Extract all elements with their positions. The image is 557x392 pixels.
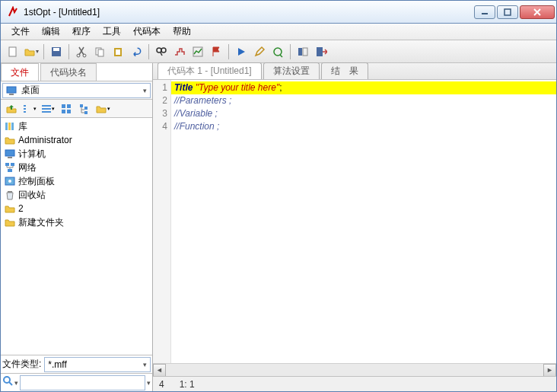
content-area: 文件 代码块名 桌面 ▾ ▾ ▾ ▾ 库 Administrator	[1, 63, 556, 391]
undo-button[interactable]	[128, 43, 145, 60]
run-button[interactable]	[233, 43, 250, 60]
tree-item-library[interactable]: 库	[2, 120, 151, 133]
tool-plot-button[interactable]	[189, 43, 206, 60]
svg-rect-4	[53, 48, 59, 51]
stop-button[interactable]	[269, 43, 286, 60]
line-number: 1	[153, 81, 167, 94]
close-button[interactable]	[520, 5, 555, 19]
up-button[interactable]	[3, 100, 20, 117]
tree-item-recycle[interactable]: 回收站	[2, 188, 151, 202]
statusbar: 4 1: 1	[153, 376, 556, 391]
scroll-track[interactable]	[166, 364, 543, 377]
view-grid-button[interactable]	[58, 100, 75, 117]
tree-label: Administrator	[18, 135, 72, 145]
code-line[interactable]: //Function ;	[171, 120, 556, 133]
filetype-select[interactable]: *.mff ▾	[44, 357, 151, 372]
exit-button[interactable]	[313, 43, 329, 60]
svg-rect-45	[8, 191, 12, 193]
search-dropdown-icon[interactable]: ▾	[14, 379, 18, 387]
tree-item-computer[interactable]: 计算机	[2, 147, 151, 161]
view-detail-button[interactable]: ▾	[40, 100, 56, 117]
open-button[interactable]: ▾	[23, 43, 40, 60]
search-history-icon[interactable]: ▾	[147, 379, 151, 387]
folder-icon	[4, 134, 16, 146]
tree-item-two[interactable]: 2	[2, 202, 151, 215]
menu-codebook[interactable]: 代码本	[127, 24, 167, 40]
new-folder-button[interactable]: ▾	[94, 100, 111, 117]
sidebar-toolbar: ▾ ▾ ▾	[1, 100, 152, 118]
sidebar-tab-file[interactable]: 文件	[1, 63, 39, 81]
maximize-button[interactable]	[497, 5, 518, 19]
tool-flag-button[interactable]	[208, 43, 224, 60]
keyword: Title	[174, 82, 196, 93]
line-number: 2	[153, 94, 167, 107]
svg-point-6	[83, 54, 86, 57]
svg-rect-41	[11, 163, 14, 166]
tree-item-network[interactable]: 网络	[2, 161, 151, 174]
window-buttons	[474, 5, 555, 19]
main-panel: 代码本 1 - [Untitled1] 算法设置 结 果 1 2 3 4 Tit…	[153, 63, 556, 391]
app-icon	[7, 6, 19, 18]
view-tree-button[interactable]	[76, 100, 93, 117]
separator	[148, 44, 149, 59]
menu-help[interactable]: 帮助	[167, 24, 197, 40]
tree-label: 新建文件夹	[18, 216, 64, 229]
scroll-right-icon[interactable]: ►	[543, 364, 556, 377]
tab-codebook[interactable]: 代码本 1 - [Untitled1]	[158, 62, 262, 79]
paste-button[interactable]	[110, 43, 126, 60]
svg-rect-19	[317, 47, 323, 56]
folder-icon	[4, 202, 16, 215]
sidebar-tab-codeblock[interactable]: 代码块名	[40, 63, 97, 81]
tree-item-control[interactable]: 控制面板	[2, 174, 151, 188]
svg-rect-21	[9, 94, 14, 95]
svg-rect-26	[42, 108, 51, 110]
tree-item-admin[interactable]: Administrator	[2, 133, 151, 147]
code-line[interactable]: Title "Type your title here";	[171, 81, 556, 94]
comment: //Variable ;	[174, 108, 218, 119]
view-list-button[interactable]: ▾	[21, 100, 38, 117]
svg-rect-32	[80, 104, 83, 107]
cut-button[interactable]	[73, 43, 90, 60]
punct: ;	[279, 82, 282, 93]
menu-file[interactable]: 文件	[5, 24, 36, 40]
tree-item-newfolder[interactable]: 新建文件夹	[2, 215, 151, 229]
minimize-button[interactable]	[474, 5, 495, 19]
search-input[interactable]	[20, 375, 145, 390]
tab-algorithm[interactable]: 算法设置	[263, 62, 320, 79]
code-line[interactable]: //Parameters ;	[171, 94, 556, 107]
window-title: 1stOpt - [Untitled1]	[24, 7, 474, 18]
menu-tools[interactable]: 工具	[97, 24, 127, 40]
svg-point-11	[157, 48, 161, 53]
svg-rect-28	[62, 104, 65, 108]
tree-label: 控制面板	[18, 175, 55, 188]
copy-button[interactable]	[91, 43, 108, 60]
save-button[interactable]	[48, 43, 65, 60]
panel-toggle-button[interactable]	[294, 43, 311, 60]
new-button[interactable]	[5, 43, 21, 60]
folder-icon	[4, 216, 16, 228]
location-select[interactable]: 桌面 ▾	[2, 83, 151, 98]
titlebar: 1stOpt - [Untitled1]	[1, 1, 556, 24]
svg-rect-38	[5, 150, 14, 156]
tree-label: 计算机	[18, 148, 46, 161]
svg-rect-36	[8, 123, 11, 130]
menu-program[interactable]: 程序	[66, 24, 97, 40]
file-tree[interactable]: 库 Administrator 计算机 网络 控制面板 回收站 2 新建文件夹	[1, 118, 152, 355]
edit-pen-button[interactable]	[251, 43, 268, 60]
svg-rect-17	[298, 48, 302, 56]
svg-rect-18	[303, 48, 307, 56]
tab-result[interactable]: 结 果	[321, 62, 368, 79]
desktop-icon	[6, 85, 18, 96]
code-area[interactable]: Title "Type your title here"; //Paramete…	[171, 80, 556, 363]
status-line: 4	[159, 379, 164, 390]
code-editor[interactable]: 1 2 3 4 Title "Type your title here"; //…	[153, 80, 556, 363]
menu-edit[interactable]: 编辑	[36, 24, 66, 40]
code-line[interactable]: //Variable ;	[171, 107, 556, 120]
separator	[228, 44, 229, 59]
find-button[interactable]	[153, 43, 170, 60]
recycle-icon	[4, 189, 16, 201]
tool-chart-button[interactable]	[171, 43, 188, 60]
scroll-left-icon[interactable]: ◄	[153, 364, 166, 377]
horizontal-scrollbar[interactable]: ◄ ►	[153, 363, 556, 376]
separator	[68, 44, 69, 59]
